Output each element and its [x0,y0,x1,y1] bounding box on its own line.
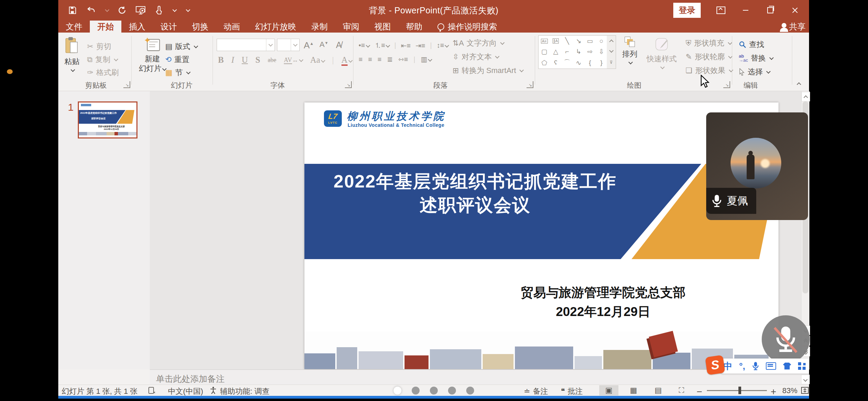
numbering-button[interactable]: ⒈≡ [374,41,390,50]
ribbon-display-options-icon[interactable] [716,7,725,14]
format-painter-button[interactable]: ✑格式刷 [87,68,119,78]
reading-view-button[interactable]: ▤ [649,385,668,396]
mute-microphone-button[interactable] [762,315,810,363]
cut-button[interactable]: ✂剪切 [87,41,111,52]
sogou-logo[interactable]: S [705,355,725,375]
sogou-voice-icon[interactable] [752,361,759,371]
paste-button[interactable]: 粘贴 [64,37,80,72]
notes-placeholder[interactable]: 单击此处添加备注 [156,373,225,385]
participant-video-tile[interactable]: 夏佩 [706,112,808,220]
accessibility-icon[interactable] [209,386,217,394]
find-button[interactable]: 查找 [739,39,764,50]
font-name-combo[interactable] [217,39,275,51]
sogou-keyboard-icon[interactable] [766,362,776,370]
tell-me-search[interactable]: 操作说明搜索 [430,21,505,33]
notes-scroll-down-button[interactable] [801,375,810,384]
notes-toggle[interactable]: ≐备注 [524,386,548,397]
tab-animations[interactable]: 动画 [216,21,248,33]
shape-outline-button[interactable]: ✎形状轮廓 [686,52,732,62]
sogou-language-toggle[interactable]: 中 [723,360,732,372]
tab-home[interactable]: 开始 [90,21,121,33]
shape-effects-button[interactable]: ❏形状效果 [686,65,733,76]
tab-file[interactable]: 文件 [58,21,90,33]
change-case-button[interactable]: Aa [310,55,325,65]
sogou-skin-icon[interactable] [783,363,791,369]
sogou-toolbox-icon[interactable] [798,362,806,370]
strikethrough-button[interactable]: abe [268,57,276,64]
comments-toggle[interactable]: ❝批注 [561,386,583,397]
scroll-up-button[interactable] [801,92,810,101]
slide-nav-dot[interactable] [430,387,438,394]
align-text-button[interactable]: ⇳对齐文本 [453,52,499,62]
tab-slideshow[interactable]: 幻灯片放映 [248,21,304,33]
slide-nav-dot[interactable] [466,387,474,394]
shape-fill-button[interactable]: ⛨形状填充 [686,38,732,48]
section-button[interactable]: ▦节 [165,68,190,78]
tab-insert[interactable]: 插入 [121,21,153,33]
align-left-button[interactable]: ≡ [359,56,363,63]
distribute-button[interactable]: ⇿≡ [398,55,408,63]
align-right-button[interactable]: ≡ [377,56,382,63]
fit-to-window-button[interactable] [801,386,809,394]
new-slide-button[interactable]: 新建 幻灯片 [139,37,166,74]
language-indicator[interactable]: 中文(中国) [168,386,203,397]
replace-button[interactable]: ab→ac 替换 [739,53,773,63]
align-center-button[interactable]: ≡ [368,56,372,63]
sogou-punctuation-toggle[interactable]: °, [739,361,745,372]
accessibility-status[interactable]: 辅助功能: 调查 [220,386,269,397]
font-dialog-launcher[interactable] [345,81,352,88]
underline-button[interactable]: U [242,55,248,65]
zoom-slider-track[interactable] [707,390,767,391]
convert-smartart-button[interactable]: ⊞转换为 SmartArt [453,65,523,76]
italic-button[interactable]: I [231,55,234,65]
shape-gallery[interactable]: A≡ ∥A ╲↘▭○ ▢△⌐↳⇨⇩ ⬠ʕ⌒∿{} [538,35,607,69]
login-button[interactable]: 登录 [673,3,701,18]
clear-formatting-button[interactable]: A̸ [336,40,342,50]
copy-button[interactable]: ⧉复制 [87,54,118,65]
paragraph-dialog-launcher[interactable] [527,81,533,88]
tab-transitions[interactable]: 切换 [184,21,216,33]
slide-nav-dot[interactable] [448,387,456,394]
slide-nav-dot[interactable] [394,387,401,394]
zoom-percentage[interactable]: 83% [782,386,797,395]
justify-button[interactable]: ≣ [387,55,393,63]
close-button[interactable] [791,6,799,15]
columns-button[interactable]: ▥ [421,55,432,63]
clipboard-dialog-launcher[interactable] [123,81,130,88]
restore-button[interactable] [766,6,775,15]
arrange-button[interactable]: 排列 [622,37,637,64]
increase-indent-button[interactable]: ⇥≡ [415,41,425,50]
char-spacing-button[interactable]: AV↔ [284,57,303,64]
quick-styles-button[interactable]: 快速样式 [641,37,682,69]
sogou-input-toolbar[interactable]: 中 °, [720,359,809,374]
grow-font-button[interactable]: A▲ [304,40,314,51]
tab-design[interactable]: 设计 [153,21,184,33]
slide-thumbnail[interactable]: 2022年基层党组织书记抓党建工作 述职评议会议 贸易与旅游管理学院党总支部 2… [78,101,137,138]
font-color-button[interactable]: A [341,55,352,65]
shape-gallery-scroll[interactable]: ⊽ [607,35,616,69]
decrease-indent-button[interactable]: ⇤≡ [401,41,411,50]
normal-view-button[interactable]: ▣ [599,385,618,396]
minimize-button[interactable] [741,6,750,15]
text-direction-button[interactable]: ⇅A文字方向 [453,38,504,48]
font-size-combo[interactable] [277,39,300,51]
tab-review[interactable]: 审阅 [335,21,367,33]
line-spacing-button[interactable]: ↕≡ [437,41,449,49]
shrink-font-button[interactable]: A▼ [320,40,328,49]
layout-button[interactable]: ▤版式 [165,41,197,52]
reset-button[interactable]: ⟲重置 [165,54,189,65]
slide-nav-dot[interactable] [412,387,420,394]
bullets-button[interactable]: •≡ [359,41,370,49]
text-shadow-button[interactable]: S [255,55,260,65]
collapse-ribbon-button[interactable] [796,81,800,87]
spellcheck-icon[interactable] [148,386,156,394]
slide-sorter-view-button[interactable]: ▦ [624,385,643,396]
select-button[interactable]: 选择 [739,67,770,77]
slide-counter[interactable]: 幻灯片 第 1 张, 共 1 张 [62,386,137,397]
tab-record[interactable]: 录制 [304,21,335,33]
slideshow-view-button[interactable]: ⛶ [672,385,691,396]
share-button[interactable]: 共享 [782,21,806,33]
zoom-slider-thumb[interactable] [738,387,741,394]
bold-button[interactable]: B [218,55,224,65]
tab-view[interactable]: 视图 [367,21,398,33]
